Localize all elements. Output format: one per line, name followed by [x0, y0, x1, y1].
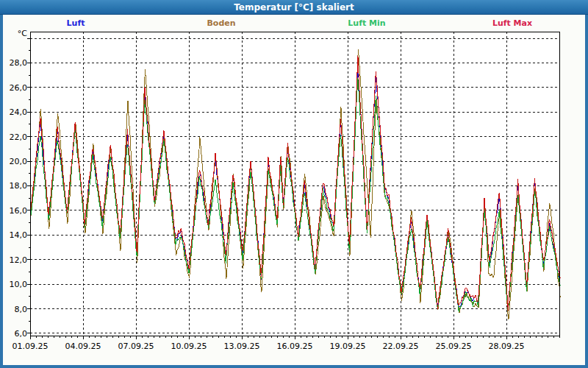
app-window: Temperatur [°C] skaliert Luft Boden Luft… [0, 0, 588, 368]
y-tick-label: 28,0 [10, 58, 28, 68]
x-tick-label: 13.09.25 [224, 342, 260, 351]
y-tick-label: 16,0 [10, 206, 28, 216]
x-tick-label: 16.09.25 [277, 342, 313, 351]
y-tick-label: 24,0 [10, 107, 28, 117]
x-tick-label: 07.09.25 [118, 342, 154, 351]
chart-panel: Luft Boden Luft Min Luft Max °C28,026,02… [3, 15, 585, 365]
y-tick-label: 6,0 [15, 329, 28, 339]
y-tick-label: 26,0 [10, 83, 28, 93]
y-axis-unit-label: °C [18, 29, 28, 38]
x-tick-label: 19.09.25 [330, 342, 366, 351]
x-tick-label: 04.09.25 [65, 342, 101, 351]
x-tick-label: 22.09.25 [383, 342, 419, 351]
x-tick-label: 25.09.25 [436, 342, 472, 351]
y-tick-label: 22,0 [10, 132, 28, 142]
x-tick-label: 28.09.25 [489, 342, 525, 351]
x-tick-label: 01.09.25 [12, 342, 49, 351]
y-tick-label: 20,0 [10, 157, 28, 166]
y-tick-label: 10,0 [10, 280, 28, 289]
x-tick-label: 10.09.25 [171, 342, 207, 351]
y-tick-label: 12,0 [10, 255, 28, 265]
chart-title: Temperatur [°C] skaliert [234, 2, 354, 13]
y-tick-label: 14,0 [10, 230, 28, 240]
chart-title-bar: Temperatur [°C] skaliert [0, 0, 588, 15]
y-tick-label: 8,0 [15, 305, 28, 314]
y-tick-label: 18,0 [10, 181, 28, 191]
temperature-line-chart: °C28,026,024,022,020,018,016,014,012,010… [3, 15, 585, 365]
